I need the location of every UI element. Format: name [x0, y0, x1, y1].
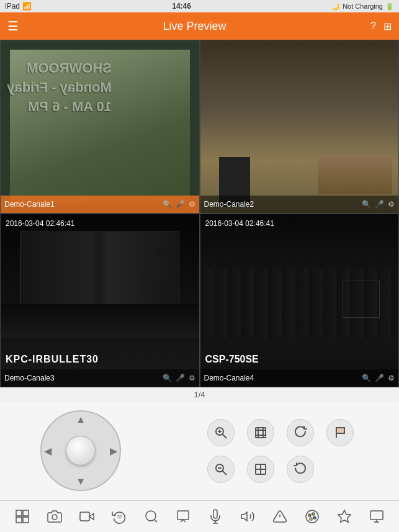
- cam3-watermark: KPC-IRBULLET30: [6, 354, 99, 365]
- svg-marker-21: [89, 513, 94, 520]
- status-bar: iPad 📶 14:46 🌙 Not Charging 🔋: [0, 0, 399, 12]
- search-button[interactable]: [139, 504, 164, 529]
- rotate-ccw-button[interactable]: [287, 456, 314, 483]
- svg-point-34: [312, 513, 315, 515]
- svg-line-25: [154, 520, 156, 522]
- more-button[interactable]: [364, 504, 389, 529]
- playback-button[interactable]: [171, 504, 195, 529]
- layout-icon[interactable]: ⊞: [383, 20, 392, 32]
- cam1-mic-icon[interactable]: 🎤: [176, 200, 185, 209]
- cam3-channel-label: Demo-Canale3: [4, 374, 55, 382]
- camera-grid: SHOWROOMMonday - Friday10 AM - 6 PM Demo…: [0, 40, 399, 387]
- nav-right: ? ⊞: [370, 20, 392, 32]
- grid-view-button[interactable]: [10, 504, 35, 529]
- moon-icon: 🌙: [331, 2, 340, 11]
- empty-button: [326, 456, 354, 483]
- battery-label: Not Charging: [343, 2, 383, 10]
- svg-rect-18: [16, 517, 22, 523]
- camera-cell-1[interactable]: SHOWROOMMonday - Friday10 AM - 6 PM Demo…: [0, 40, 200, 214]
- cam2-icons: 🔍 🎤 ⚙: [362, 200, 395, 209]
- cam1-icons: 🔍 🎤 ⚙: [163, 200, 195, 209]
- battery-icon: 🔋: [385, 2, 394, 11]
- expand-button[interactable]: [247, 419, 274, 446]
- svg-rect-17: [23, 510, 29, 516]
- cam1-settings-icon[interactable]: ⚙: [189, 200, 195, 209]
- cam2-mic-icon[interactable]: 🎤: [375, 200, 384, 209]
- cam4-timestamp: 2016-03-04 02:46:41: [205, 219, 274, 228]
- cam3-floor: [1, 304, 199, 339]
- microphone-button[interactable]: [203, 504, 228, 529]
- cam3-settings-icon[interactable]: ⚙: [189, 374, 195, 382]
- cam2-settings-icon[interactable]: ⚙: [388, 200, 395, 209]
- status-left: iPad 📶: [5, 2, 32, 11]
- cam4-channel-label: Demo-Canale4: [204, 374, 254, 382]
- cam2-zoom-icon[interactable]: 🔍: [362, 200, 371, 209]
- camera-cell-3[interactable]: 2016-03-04 02:46:41 KPC-IRBULLET30 Demo-…: [0, 214, 200, 387]
- cam1-zoom-icon[interactable]: 🔍: [163, 200, 172, 209]
- svg-rect-22: [80, 512, 89, 521]
- cam3-zoom-icon[interactable]: 🔍: [163, 374, 172, 382]
- record-button[interactable]: [74, 504, 99, 529]
- nav-title: Live Preview: [19, 20, 370, 33]
- svg-point-20: [52, 515, 57, 520]
- svg-point-33: [308, 514, 311, 516]
- cam4-zoom-icon[interactable]: 🔍: [362, 374, 371, 382]
- page-indicator: 1/4: [0, 387, 399, 401]
- device-label: iPad: [5, 2, 20, 11]
- rewind-30-button[interactable]: 30: [107, 504, 132, 529]
- svg-point-32: [306, 510, 318, 523]
- ptz-right-arrow[interactable]: ▶: [110, 445, 117, 457]
- help-icon[interactable]: ?: [370, 20, 376, 32]
- svg-line-11: [222, 471, 226, 475]
- svg-marker-37: [338, 510, 351, 522]
- wifi-icon: 📶: [22, 2, 32, 11]
- ptz-joystick[interactable]: ▲ ▼ ◀ ▶: [40, 410, 121, 491]
- cam2-label-bar: Demo-Canale2 🔍 🎤 ⚙: [200, 196, 399, 213]
- page-number: 1/4: [194, 390, 205, 399]
- cam3-timestamp: 2016-03-04 02:46:41: [6, 219, 74, 228]
- snapshot-button[interactable]: [42, 504, 67, 529]
- contract-button[interactable]: [247, 456, 274, 483]
- svg-point-35: [313, 516, 316, 519]
- cam4-watermark: CSP-750SE: [205, 354, 259, 365]
- ptz-up-arrow[interactable]: ▲: [76, 414, 86, 425]
- cam2-desk: [318, 157, 392, 194]
- cam4-mic-icon[interactable]: 🎤: [375, 374, 384, 382]
- svg-rect-4: [256, 428, 266, 438]
- color-button[interactable]: [300, 504, 325, 529]
- cam1-label-bar: Demo-Canale1 🔍 🎤 ⚙: [1, 196, 199, 213]
- svg-rect-19: [23, 517, 29, 523]
- status-right: 🌙 Not Charging 🔋: [331, 2, 394, 11]
- status-time: 14:46: [172, 2, 191, 11]
- flag-button[interactable]: [326, 419, 354, 446]
- cam1-channel-label: Demo-Canale1: [4, 200, 55, 209]
- cam4-settings-icon[interactable]: ⚙: [388, 374, 395, 382]
- cam3-icons: 🔍 🎤 ⚙: [163, 374, 195, 382]
- ptz-left-arrow[interactable]: ◀: [44, 445, 52, 457]
- controls-area: ▲ ▼ ◀ ▶: [0, 401, 399, 500]
- cam1-text-overlay: SHOWROOMMonday - Friday10 AM - 6 PM: [7, 59, 112, 116]
- cam4-table: [343, 281, 380, 318]
- speaker-button[interactable]: [235, 504, 260, 529]
- cam3-mic-icon[interactable]: 🎤: [176, 374, 185, 382]
- bottom-toolbar: 30: [0, 500, 399, 532]
- camera-cell-2[interactable]: Demo-Canale2 🔍 🎤 ⚙: [200, 40, 400, 214]
- nav-left: ☰: [7, 19, 19, 34]
- svg-point-24: [146, 511, 156, 521]
- menu-icon[interactable]: ☰: [7, 19, 19, 34]
- cam4-icons: 🔍 🎤 ⚙: [362, 374, 395, 382]
- svg-line-1: [222, 434, 226, 438]
- camera-cell-4[interactable]: 2016-03-04 02:46:41 CSP-750SE Demo-Canal…: [200, 214, 400, 387]
- ptz-down-arrow[interactable]: ▼: [76, 476, 86, 487]
- zoom-out-button[interactable]: [207, 456, 235, 483]
- cam2-channel-label: Demo-Canale2: [204, 200, 254, 209]
- svg-rect-38: [370, 511, 383, 520]
- favorite-button[interactable]: [332, 504, 357, 529]
- alarm-button[interactable]: [267, 504, 292, 529]
- svg-rect-16: [16, 510, 22, 516]
- ptz-center-button[interactable]: [66, 436, 96, 466]
- zoom-in-button[interactable]: [207, 419, 235, 446]
- nav-bar: ☰ Live Preview ? ⊞: [0, 12, 399, 40]
- control-buttons: [202, 415, 359, 486]
- rotate-cw-button[interactable]: [287, 419, 314, 446]
